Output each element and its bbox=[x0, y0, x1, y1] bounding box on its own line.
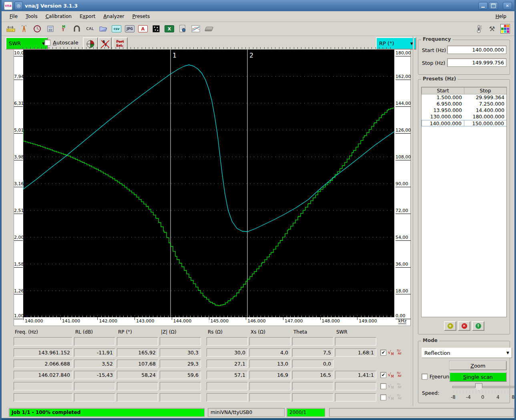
close-icon: ✕ bbox=[506, 4, 509, 8]
mode-value: Reflection bbox=[424, 350, 450, 356]
preset-cell[interactable]: 140.000.000 bbox=[422, 120, 464, 126]
marker-value-field: -11,91 bbox=[74, 348, 115, 357]
marker-tune-icon[interactable]: TUNE bbox=[396, 372, 402, 378]
magnet-icon[interactable] bbox=[72, 24, 82, 34]
preset-cell[interactable]: 180.000.000 bbox=[464, 114, 507, 120]
preset-cell[interactable]: 13.950.000 bbox=[422, 107, 464, 114]
measure-icon[interactable] bbox=[6, 24, 16, 34]
menu-help[interactable]: Help bbox=[492, 12, 510, 20]
marker-value-field: 107,68 bbox=[117, 360, 158, 368]
right-axis-tick-label: 180,00 bbox=[396, 50, 411, 56]
marker-column-header: |Z| (Ω) bbox=[161, 329, 177, 335]
marker-math-icon[interactable]: √M bbox=[388, 372, 394, 378]
menu-item-calibration[interactable]: Calibration bbox=[42, 12, 76, 20]
label-part: x bbox=[83, 14, 86, 19]
right-axis-tick-label: 36,00 bbox=[396, 262, 411, 268]
zoom-button[interactable]: Zoom bbox=[450, 361, 506, 370]
marker-math-icon[interactable]: √M bbox=[388, 395, 394, 401]
preset-cell[interactable]: 14.400.000 bbox=[464, 107, 507, 114]
x-axis-tick bbox=[357, 316, 357, 320]
label-part: nalyzer bbox=[107, 14, 124, 19]
csv-export-icon[interactable]: csv bbox=[111, 24, 122, 34]
right-axis-tick-label: 144,00 bbox=[396, 101, 411, 107]
titlebar[interactable]: vna ◎ vna/J Version 3.1.3 ✕ bbox=[2, 0, 514, 11]
menu-item-analyzer[interactable]: Analyzer bbox=[99, 12, 128, 20]
marker-number-label: 1 bbox=[173, 52, 177, 59]
preset-cell[interactable]: 6.950.000 bbox=[422, 101, 464, 107]
marker-column-header: Freq. (Hz) bbox=[15, 329, 38, 335]
marker-enable-checkbox[interactable] bbox=[380, 383, 386, 389]
mode-dropdown[interactable]: Reflection ▼ bbox=[422, 348, 512, 358]
preset-add-button[interactable]: + bbox=[444, 321, 456, 331]
preset-cell[interactable]: 150.000.000 bbox=[464, 120, 507, 126]
single-scan-button[interactable]: Single scan bbox=[450, 372, 506, 382]
marker-value-field: 58,24 bbox=[117, 371, 158, 379]
antenna-icon[interactable] bbox=[19, 24, 29, 34]
marker-enable-checkbox[interactable]: ✔ bbox=[380, 350, 386, 356]
chart-icon[interactable] bbox=[191, 24, 201, 34]
freerun-control[interactable]: Freerun bbox=[422, 374, 449, 380]
preset-cell[interactable]: 7.250.000 bbox=[464, 101, 507, 107]
tools-icon[interactable]: ⚒ bbox=[487, 24, 497, 34]
pdf-export-icon[interactable]: A bbox=[138, 24, 148, 34]
marker-tune-icon[interactable]: TUNE bbox=[396, 350, 402, 355]
stop-frequency-input[interactable]: 149.999.756 bbox=[447, 58, 506, 67]
x-axis-tick-label: 149.000 bbox=[359, 318, 377, 324]
plot-canvas[interactable]: 12 bbox=[23, 50, 394, 317]
speed-label: Speed: bbox=[422, 390, 439, 396]
marker-tune-icon[interactable]: TUNE bbox=[396, 383, 402, 389]
marker-value-field bbox=[249, 393, 291, 402]
marker-value-field bbox=[335, 337, 376, 346]
marker-value-field: 0,0 bbox=[292, 360, 333, 368]
start-frequency-input[interactable]: 140.000.000 bbox=[447, 46, 506, 54]
maximize-button[interactable] bbox=[489, 2, 498, 10]
marker-tune-icon[interactable]: TUNE bbox=[396, 394, 402, 400]
marker-value-field: 1,68:1 bbox=[335, 348, 376, 357]
menu-item-export[interactable]: Export bbox=[76, 12, 99, 20]
marker-value-field bbox=[292, 337, 333, 346]
open-folder-icon[interactable] bbox=[98, 24, 108, 34]
presets-table[interactable]: StartStop1.500.00029.999.3646.950.0007.2… bbox=[421, 87, 507, 317]
left-axis-tick-label: 1,00:1 bbox=[14, 313, 23, 319]
generator-icon[interactable]: MT bbox=[58, 24, 69, 34]
autoscale-control[interactable]: Autoscale bbox=[44, 40, 78, 46]
autoscale-checkbox[interactable] bbox=[44, 40, 50, 46]
left-axis-tick-label: 10,00:1 bbox=[14, 50, 23, 56]
dice-icon[interactable] bbox=[151, 24, 161, 34]
x-axis-tick bbox=[135, 316, 135, 320]
preset-delete-button[interactable]: ✕ bbox=[458, 321, 470, 331]
menu-item-presets[interactable]: Presets bbox=[128, 12, 154, 20]
excel-export-icon[interactable]: X bbox=[164, 24, 175, 34]
marker-enable-checkbox[interactable]: ✔ bbox=[380, 372, 386, 378]
preset-cell[interactable]: 1.500.000 bbox=[422, 94, 464, 101]
jpg-export-icon[interactable]: JPG bbox=[124, 24, 135, 34]
preset-cell[interactable]: 29.999.364 bbox=[464, 94, 507, 101]
marker-enable-checkbox[interactable] bbox=[380, 394, 386, 400]
freerun-checkbox[interactable] bbox=[422, 374, 428, 380]
close-button[interactable]: ✕ bbox=[503, 2, 512, 10]
label-part: H bbox=[496, 14, 499, 19]
marker-column-header: Rs (Ω) bbox=[208, 329, 223, 335]
speed-slider-track[interactable] bbox=[452, 386, 516, 388]
thermometer-icon[interactable] bbox=[474, 24, 484, 34]
marker-math-icon[interactable]: √M bbox=[388, 384, 394, 390]
preset-up-button[interactable]: ↑ bbox=[472, 321, 484, 331]
palette-grid bbox=[500, 24, 510, 34]
preset-cell[interactable]: 130.000.000 bbox=[422, 114, 464, 120]
palette-icon[interactable] bbox=[500, 24, 510, 34]
minor-tick-ruler-top bbox=[23, 47, 394, 49]
clock-icon[interactable] bbox=[32, 24, 42, 34]
left-axis-tick-label: 7,94:1 bbox=[14, 74, 23, 80]
eraser-icon[interactable] bbox=[204, 24, 214, 34]
menu-item-file[interactable]: File bbox=[6, 12, 22, 20]
marker-value-field bbox=[207, 382, 248, 390]
marker-math-icon[interactable]: √M bbox=[388, 350, 394, 356]
speed-slider-thumb[interactable] bbox=[475, 383, 482, 391]
progress-bar: Job 1/1 - 100% completed bbox=[9, 408, 205, 417]
menu-item-tools[interactable]: Tools bbox=[22, 12, 42, 20]
cal-icon[interactable]: CAL bbox=[85, 24, 95, 34]
minimize-button[interactable] bbox=[478, 2, 488, 10]
status-spare-field bbox=[329, 408, 514, 417]
calculator-icon[interactable] bbox=[45, 24, 56, 34]
report-icon[interactable] bbox=[177, 24, 188, 34]
